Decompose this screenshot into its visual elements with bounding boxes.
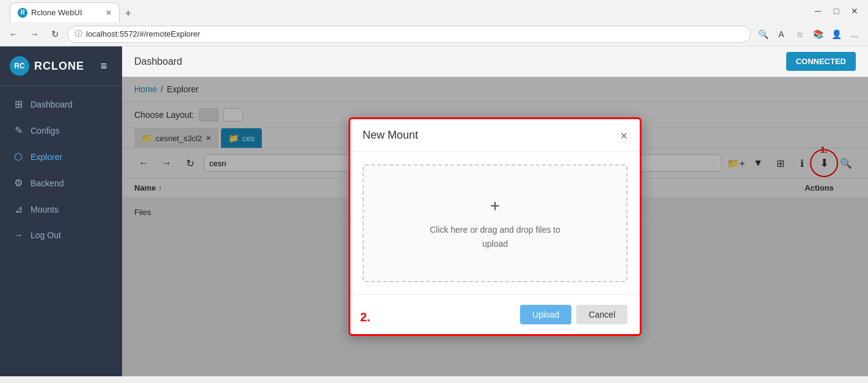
connected-button[interactable]: CONNECTED [786,52,856,71]
modal-backdrop: New Mount × + Click here or drag and dro… [122,77,868,376]
minimize-btn[interactable]: ─ [809,2,826,20]
back-btn[interactable]: ← [5,26,22,43]
sidebar-item-explorer[interactable]: ⬡ Explorer [0,144,122,170]
sidebar-label-backend: Backend [31,178,63,188]
upload-confirm-btn[interactable]: Upload [520,305,571,324]
browser-toolbar-actions: 🔍 A ☆ 📚 👤 … [754,26,863,43]
sidebar-menu-btn[interactable]: ≡ [95,57,112,75]
sidebar-label-dashboard: Dashboard [31,100,73,109]
logout-icon: → [12,230,24,241]
browser-toolbar: ← → ↻ ⓘ localhost:5572/#/remoteExplorer … [0,22,868,46]
cancel-btn[interactable]: Cancel [576,305,627,324]
favorites-btn[interactable]: ☆ [791,26,808,43]
address-bar[interactable]: ⓘ localhost:5572/#/remoteExplorer [67,26,751,43]
modal-footer: 2. Upload Cancel [350,294,640,334]
maximize-btn[interactable]: □ [828,2,845,20]
close-browser-btn[interactable]: ✕ [846,2,863,20]
sidebar: RC RCLONE ≡ ⊞ Dashboard ✎ Configs ⬡ Expl… [0,46,122,376]
sidebar-label-configs: Configs [31,126,59,136]
top-bar: Dashboard CONNECTED [122,46,868,77]
configs-icon: ✎ [12,125,24,136]
main-content: Dashboard CONNECTED Home / Explorer Choo… [122,46,868,376]
sidebar-item-dashboard[interactable]: ⊞ Dashboard [0,91,122,117]
sidebar-label-mounts: Mounts [31,205,59,214]
upload-plus-icon: + [376,196,614,216]
sidebar-item-configs[interactable]: ✎ Configs [0,117,122,144]
logo-text: RCLONE [34,60,84,73]
new-tab-btn[interactable]: + [120,5,137,22]
browser-titlebar: R Rclone WebUI ✕ + ─ □ ✕ [0,0,868,22]
mounts-icon: ⊿ [12,203,24,215]
modal-close-btn[interactable]: × [620,129,627,142]
upload-zone-text: Click here or drag and drop files touplo… [376,223,614,250]
explorer-icon: ⬡ [12,151,24,162]
sidebar-item-backend[interactable]: ⚙ Backend [0,170,122,196]
new-mount-modal: New Mount × + Click here or drag and dro… [349,117,642,336]
modal-header: New Mount × [350,119,640,152]
dashboard-icon: ⊞ [12,98,24,110]
forward-btn[interactable]: → [26,26,43,43]
profile-btn[interactable]: 👤 [828,26,845,43]
sidebar-label-logout: Log Out [31,230,61,240]
reload-btn[interactable]: ↻ [46,26,63,43]
tab-close-btn[interactable]: ✕ [106,9,112,17]
sidebar-label-explorer: Explorer [31,152,62,162]
sidebar-logo: RC RCLONE ≡ [0,46,122,86]
upload-dropzone[interactable]: + Click here or drag and drop files toup… [363,164,627,282]
collections-btn[interactable]: 📚 [809,26,826,43]
modal-title: New Mount [363,129,418,142]
sidebar-item-logout[interactable]: → Log Out [0,222,122,248]
annotation-2: 2. [360,310,371,324]
modal-body: + Click here or drag and drop files toup… [350,152,640,294]
app: RC RCLONE ≡ ⊞ Dashboard ✎ Configs ⬡ Expl… [0,46,868,376]
sidebar-nav: ⊞ Dashboard ✎ Configs ⬡ Explorer ⚙ Backe… [0,86,122,376]
settings-btn[interactable]: … [846,26,863,43]
backend-icon: ⚙ [12,177,24,189]
tab-bar: R Rclone WebUI ✕ + [5,0,142,22]
reader-btn[interactable]: A [773,26,790,43]
content-area: Home / Explorer Choose Layout: 📁 cesnet_… [122,77,868,376]
sidebar-item-mounts[interactable]: ⊿ Mounts [0,196,122,222]
logo-icon: RC [10,56,29,76]
top-bar-title: Dashboard [134,56,182,67]
address-bar-icon: ⓘ [75,29,82,39]
tab-favicon: R [18,8,27,18]
tab-title: Rclone WebUI [31,8,82,17]
browser-tab[interactable]: R Rclone WebUI ✕ [10,2,120,22]
search-browser-btn[interactable]: 🔍 [754,26,772,43]
address-text: localhost:5572/#/remoteExplorer [86,29,200,38]
browser-chrome: R Rclone WebUI ✕ + ─ □ ✕ ← → ↻ ⓘ localho… [0,0,868,46]
